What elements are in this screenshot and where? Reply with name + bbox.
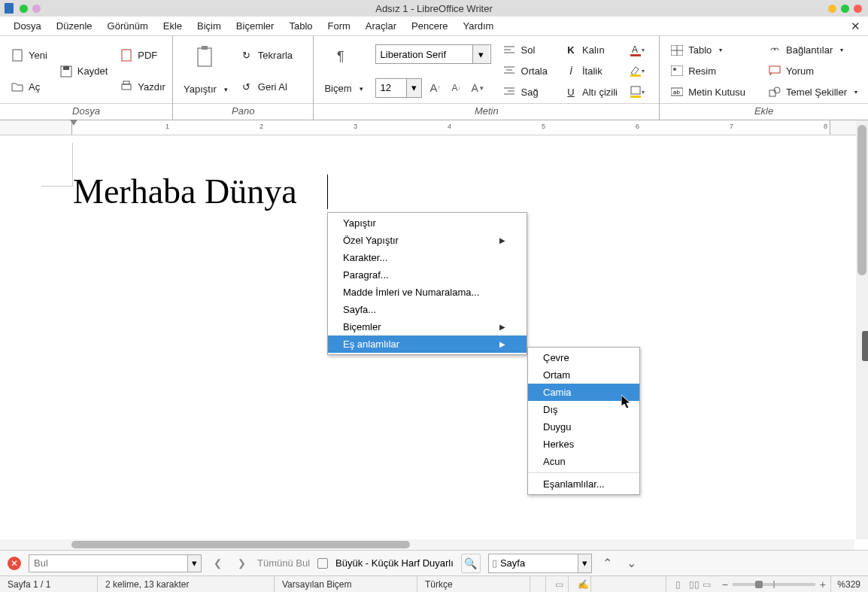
horizontal-scroll-thumb[interactable] bbox=[71, 541, 410, 548]
align-right-button[interactable]: Sağ bbox=[499, 83, 552, 101]
menu-help[interactable]: Yardım bbox=[455, 18, 501, 34]
paste-button[interactable]: Yapıştır▾ bbox=[179, 79, 232, 97]
menu-table[interactable]: Tablo bbox=[281, 18, 320, 34]
bold-button[interactable]: KKalın bbox=[560, 41, 622, 59]
pdf-button[interactable]: PDF bbox=[115, 47, 170, 65]
align-left-button[interactable]: Sol bbox=[499, 41, 552, 59]
menu-edit[interactable]: Düzenle bbox=[49, 18, 100, 34]
vertical-scroll-thumb[interactable] bbox=[857, 125, 866, 275]
status-page[interactable]: Sayfa 1 / 1 bbox=[0, 576, 98, 592]
document-close-icon[interactable]: ✕ bbox=[851, 20, 860, 33]
font-size-combo[interactable]: ▾ bbox=[375, 78, 422, 98]
find-dropdown-icon[interactable]: ▾ bbox=[187, 555, 201, 572]
menu-form[interactable]: Form bbox=[320, 18, 358, 34]
textbox-button[interactable]: abMetin Kutusu bbox=[666, 83, 750, 101]
window-dot-red[interactable] bbox=[854, 5, 862, 13]
underline-button[interactable]: UAltı çizili bbox=[560, 83, 622, 101]
highlight-color-icon[interactable]: ▾ bbox=[630, 63, 645, 78]
menu-format[interactable]: Biçim bbox=[190, 18, 229, 34]
zoom-control[interactable]: − + bbox=[718, 578, 830, 590]
find-prev-button[interactable]: ❮ bbox=[209, 555, 226, 572]
find-all-button[interactable]: Tümünü Bul bbox=[257, 557, 310, 569]
table-button[interactable]: Tablo▾ bbox=[666, 41, 750, 59]
font-name-dropdown-icon[interactable]: ▾ bbox=[472, 45, 489, 63]
navigate-dropdown-icon[interactable]: ▾ bbox=[578, 554, 591, 572]
status-insertmode[interactable] bbox=[530, 576, 546, 592]
indent-marker-icon[interactable] bbox=[70, 120, 77, 126]
status-language[interactable]: Türkçe bbox=[417, 576, 530, 592]
links-button[interactable]: Bağlantılar▾ bbox=[763, 41, 862, 59]
font-options-icon[interactable]: A bbox=[470, 80, 485, 96]
synonym-item-0[interactable]: Çevre bbox=[528, 349, 639, 366]
menu-window[interactable]: Pencere bbox=[404, 18, 455, 34]
italic-button[interactable]: İİtalik bbox=[560, 62, 622, 80]
document-text[interactable]: Merhaba Dünya bbox=[73, 172, 297, 211]
shrink-font-icon[interactable]: A↓ bbox=[449, 80, 464, 96]
find-input[interactable] bbox=[29, 557, 187, 569]
new-button[interactable]: Yeni bbox=[6, 47, 52, 65]
save-button[interactable]: Kaydet bbox=[55, 62, 112, 80]
vertical-scrollbar[interactable] bbox=[856, 120, 868, 539]
status-selection[interactable]: ▭ bbox=[546, 576, 569, 592]
undo-button[interactable]: ↺Geri Al bbox=[235, 77, 297, 96]
status-zoom[interactable]: %329 bbox=[830, 576, 868, 592]
find-options-icon[interactable]: 🔍 bbox=[461, 554, 481, 573]
synonym-dialog[interactable]: Eşanlamlılar... bbox=[528, 475, 639, 493]
find-close-icon[interactable]: ✕ bbox=[8, 557, 21, 570]
horizontal-scrollbar[interactable] bbox=[0, 539, 854, 550]
synonym-item-4[interactable]: Duygu bbox=[528, 418, 639, 436]
window-dot-yellow[interactable] bbox=[828, 5, 836, 13]
print-button[interactable]: Yazdır bbox=[115, 77, 170, 96]
menu-paragraph[interactable]: Paragraf... bbox=[328, 266, 527, 284]
menu-page[interactable]: Sayfa... bbox=[328, 301, 527, 318]
status-wordcount[interactable]: 2 kelime, 13 karakter bbox=[98, 576, 275, 592]
synonyms-submenu: Çevre Ortam Camia Dış Duygu Herkes Acun … bbox=[527, 347, 640, 495]
synonym-item-3[interactable]: Dış bbox=[528, 401, 639, 418]
shapes-button[interactable]: Temel Şekiller▾ bbox=[763, 83, 862, 101]
char-bg-color-icon[interactable]: ▾ bbox=[630, 84, 645, 99]
menu-paste[interactable]: Yapıştır bbox=[328, 214, 527, 232]
window-dot-purple[interactable] bbox=[32, 5, 41, 13]
menu-insert[interactable]: Ekle bbox=[156, 18, 190, 34]
font-name-input[interactable] bbox=[376, 49, 472, 60]
menu-file[interactable]: Dosya bbox=[6, 18, 49, 34]
style-button[interactable]: Biçem▾ bbox=[320, 80, 367, 96]
navigate-next-button[interactable]: ⌄ bbox=[624, 555, 640, 572]
synonym-item-6[interactable]: Acun bbox=[528, 453, 639, 470]
status-view-icons[interactable]: ▯ ▯▯ ▭ bbox=[666, 576, 718, 592]
image-button[interactable]: Resim bbox=[666, 62, 750, 80]
font-size-dropdown-icon[interactable]: ▾ bbox=[406, 79, 421, 97]
synonym-item-5[interactable]: Herkes bbox=[528, 436, 639, 453]
font-size-input[interactable] bbox=[376, 82, 406, 93]
case-sensitive-checkbox[interactable] bbox=[317, 558, 328, 569]
menu-bullets[interactable]: Madde İmleri ve Numaralama... bbox=[328, 284, 527, 301]
zoom-slider[interactable] bbox=[733, 583, 815, 586]
grow-font-icon[interactable]: A↑ bbox=[428, 80, 443, 96]
status-signature[interactable]: ✍ bbox=[569, 576, 591, 592]
menu-styles[interactable]: Biçemler bbox=[229, 18, 282, 34]
open-button[interactable]: Aç bbox=[6, 77, 52, 96]
align-center-button[interactable]: Ortala bbox=[499, 62, 552, 80]
font-color-icon[interactable]: A▾ bbox=[630, 43, 645, 58]
navigate-page-combo[interactable]: ▯ Sayfa ▾ bbox=[488, 554, 592, 573]
window-dot-green-2[interactable] bbox=[841, 5, 849, 13]
zoom-slider-knob[interactable] bbox=[755, 581, 763, 588]
menu-paste-special[interactable]: Özel Yapıştır▶ bbox=[328, 232, 527, 249]
status-style[interactable]: Varsayılan Biçem bbox=[275, 576, 417, 592]
menu-styles-sub[interactable]: Biçemler▶ bbox=[328, 318, 527, 335]
comment-button[interactable]: Yorum bbox=[763, 62, 862, 80]
window-dot-green[interactable] bbox=[20, 5, 28, 13]
find-next-button[interactable]: ❯ bbox=[233, 555, 250, 572]
menu-synonyms[interactable]: Eş anlamlılar▶ bbox=[328, 335, 527, 353]
synonym-item-1[interactable]: Ortam bbox=[528, 366, 639, 384]
menu-character[interactable]: Karakter... bbox=[328, 249, 527, 266]
navigate-prev-button[interactable]: ⌃ bbox=[599, 555, 616, 572]
sidebar-handle[interactable] bbox=[862, 331, 868, 361]
font-name-combo[interactable]: ▾ bbox=[375, 44, 491, 64]
find-input-combo[interactable]: ▾ bbox=[29, 554, 202, 572]
synonym-item-2[interactable]: Camia bbox=[528, 384, 639, 401]
menu-tools[interactable]: Araçlar bbox=[358, 18, 404, 34]
menu-view[interactable]: Görünüm bbox=[100, 18, 156, 34]
horizontal-ruler[interactable]: 1 2 3 4 5 6 7 8 bbox=[0, 120, 868, 135]
redo-button[interactable]: ↻Tekrarla bbox=[235, 47, 297, 65]
